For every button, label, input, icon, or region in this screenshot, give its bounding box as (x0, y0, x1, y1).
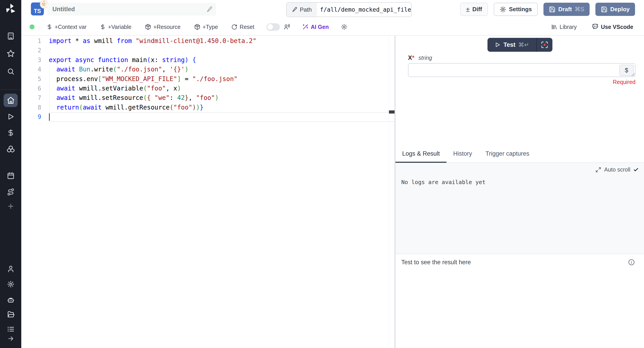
expand-icon[interactable] (596, 167, 601, 173)
ai-gen-label: AI Gen (311, 24, 329, 30)
search-icon[interactable] (0, 66, 21, 76)
code-line: await wmill.setVariable("foo", x) (49, 84, 396, 93)
refresh-icon (231, 24, 237, 30)
settings-gear-icon[interactable] (0, 279, 21, 289)
add-plus-icon[interactable] (0, 201, 21, 212)
path-edit-button[interactable]: Path (286, 3, 317, 16)
draft-button[interactable]: Draft ⌘S (544, 3, 590, 16)
favorites-star-icon[interactable] (0, 48, 21, 59)
use-vscode-button[interactable]: Use VScode (590, 23, 634, 30)
test-button-group: Test ⌘↵ (488, 38, 552, 52)
settings-label: Settings (509, 6, 532, 13)
code-line: return(await wmill.getResource("foo"))} (49, 103, 396, 112)
edit-summary-pencil-icon[interactable] (206, 6, 213, 13)
path-label: Path (300, 6, 312, 13)
edit-path-pencil-icon (292, 7, 298, 12)
sidebar (0, 0, 21, 348)
library-icon (551, 24, 557, 30)
argument-type: string (418, 55, 432, 61)
typescript-badge-label: TS (34, 8, 41, 16)
account-person-icon[interactable] (0, 264, 21, 274)
auto-scroll-label: Auto scroll (604, 166, 630, 173)
add-type-label: +Type (203, 24, 218, 30)
script-summary-field[interactable]: Untitled (47, 3, 216, 16)
main-area: TS Untitled Path f/all/demo_mocked_api_f… (21, 0, 644, 348)
line-number: 7 (21, 93, 49, 102)
reset-button[interactable]: Reset (230, 24, 256, 30)
path-value[interactable]: f/all/demo_mocked_api_file (317, 3, 411, 16)
save-icon (549, 6, 556, 13)
code-editor[interactable]: 123456789 import * as wmill from "windmi… (21, 36, 396, 348)
line-number: 1 (21, 36, 49, 46)
library-label: Library (560, 24, 576, 30)
auto-scroll-control[interactable]: Auto scroll (596, 166, 639, 173)
required-asterisk: * (412, 54, 414, 61)
schedules-calendar-icon[interactable] (0, 171, 21, 181)
home-icon[interactable] (0, 95, 21, 106)
variables-dollar-icon[interactable] (0, 128, 21, 138)
indent-guide (49, 65, 50, 112)
argument-input[interactable]: $ (408, 63, 636, 77)
line-number: 6 (21, 84, 49, 93)
path-group: Path f/all/demo_mocked_api_file (286, 2, 412, 17)
code-line: export async function main(x: string) { (49, 55, 396, 65)
settings-button[interactable]: Settings (494, 3, 538, 16)
line-number: 9 (21, 112, 49, 122)
diff-mode-toggle[interactable] (266, 23, 280, 31)
gear-icon (500, 6, 506, 13)
audit-list-icon[interactable] (0, 325, 21, 334)
editor-toolbar: +Context var +Variable +Resource +Type R… (21, 18, 644, 36)
add-variable-label: +Variable (108, 24, 131, 30)
tab-logs-result[interactable]: Logs & Result (396, 145, 446, 162)
code-lines: import * as wmill from "windmill-client@… (49, 36, 396, 122)
add-resource-label: +Resource (154, 24, 181, 30)
workers-robot-icon[interactable] (0, 295, 21, 305)
dollar-label: $ (625, 67, 628, 74)
required-hint: Required (613, 79, 636, 85)
library-button[interactable]: Library (550, 24, 578, 30)
deploy-button[interactable]: Deploy (596, 3, 635, 16)
ai-gen-button[interactable]: AI Gen (301, 24, 330, 30)
test-label: Test (504, 42, 516, 48)
tab-trigger-captures[interactable]: Trigger captures (479, 145, 536, 162)
resources-cubes-icon[interactable] (0, 144, 21, 154)
topbar: TS Untitled Path f/all/demo_mocked_api_f… (21, 0, 644, 18)
draft-label: Draft (558, 6, 572, 13)
folders-icon[interactable] (0, 310, 21, 320)
add-resource-button[interactable]: +Resource (144, 24, 182, 30)
editor-settings-gear-icon[interactable] (341, 24, 348, 30)
resize-handle[interactable] (632, 73, 634, 76)
info-icon[interactable] (628, 259, 635, 266)
workspace-building-icon[interactable] (0, 31, 21, 41)
add-variable-button[interactable]: +Variable (98, 24, 132, 30)
windmill-logo-icon[interactable] (0, 2, 21, 16)
add-type-button[interactable]: +Type (193, 24, 220, 30)
code-line: await wmill.setResource({ "we": 42}, "fo… (49, 93, 396, 102)
topbar-actions: ± Diff Settings Draft ⌘S Deploy (460, 3, 635, 16)
current-line-highlight (49, 112, 402, 122)
test-button[interactable]: Test ⌘↵ (488, 38, 536, 52)
diff-button[interactable]: ± Diff (460, 3, 488, 16)
tab-history[interactable]: History (446, 145, 479, 162)
result-tabs: Logs & Result History Trigger captures (396, 145, 644, 163)
code-line (49, 46, 396, 55)
capture-test-button[interactable] (537, 38, 552, 52)
dollar-icon (46, 24, 52, 30)
line-number: 5 (21, 74, 49, 84)
script-summary-value: Untitled (47, 6, 75, 13)
package-icon (194, 24, 200, 30)
editor-scrollbar-track[interactable] (389, 36, 389, 348)
routes-flow-icon[interactable] (0, 187, 21, 197)
dollar-icon (100, 24, 106, 30)
text-cursor (49, 113, 50, 121)
multiplayer-users-icon[interactable] (284, 24, 290, 30)
logs-pane: Auto scroll No logs are available yet (396, 163, 644, 254)
package-icon (145, 24, 151, 30)
collapse-arrow-right-icon[interactable] (0, 334, 21, 343)
add-context-var-label: +Context var (55, 24, 86, 30)
status-green-dot (30, 24, 34, 29)
line-number: 4 (21, 65, 49, 74)
plus-minus-icon: ± (466, 6, 470, 13)
runs-play-icon[interactable] (0, 112, 21, 122)
add-context-var-button[interactable]: +Context var (45, 24, 88, 30)
